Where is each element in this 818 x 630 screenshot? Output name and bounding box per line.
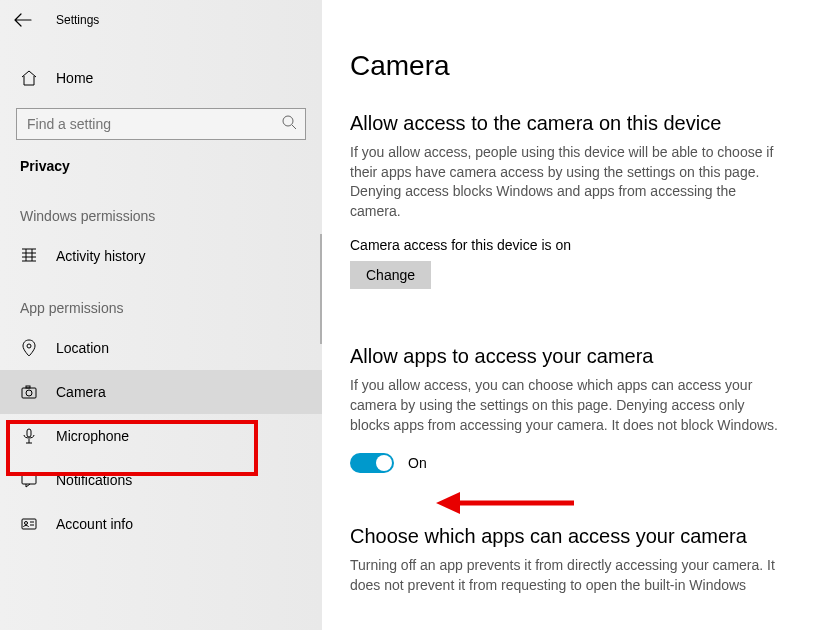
- change-button[interactable]: Change: [350, 261, 431, 289]
- sidebar-item-notifications[interactable]: Notifications: [0, 458, 322, 502]
- svg-point-9: [25, 522, 28, 525]
- microphone-icon: [20, 427, 38, 445]
- section-title-choose-apps: Choose which apps can access your camera: [350, 525, 790, 548]
- group-label-windows-permissions: Windows permissions: [0, 186, 322, 234]
- section-body-app-access: If you allow access, you can choose whic…: [350, 376, 780, 435]
- svg-point-0: [283, 116, 293, 126]
- svg-rect-7: [22, 474, 36, 484]
- window-title: Settings: [56, 13, 99, 27]
- activity-history-icon: [20, 247, 38, 265]
- sidebar-item-label: Microphone: [56, 428, 129, 444]
- camera-icon: [20, 383, 38, 401]
- toggle-label: On: [408, 455, 427, 471]
- sidebar-item-label: Notifications: [56, 472, 132, 488]
- notifications-icon: [20, 471, 38, 489]
- home-label: Home: [56, 70, 93, 86]
- account-info-icon: [20, 515, 38, 533]
- section-title-app-access: Allow apps to access your camera: [350, 345, 790, 368]
- search-icon: [281, 114, 297, 134]
- sidebar-item-label: Activity history: [56, 248, 145, 264]
- svg-rect-6: [27, 429, 31, 437]
- search-box[interactable]: [16, 108, 306, 140]
- sidebar-item-label: Camera: [56, 384, 106, 400]
- section-label-privacy: Privacy: [0, 148, 322, 186]
- sidebar-item-account-info[interactable]: Account info: [0, 502, 322, 546]
- section-body-choose-apps: Turning off an app prevents it from dire…: [350, 556, 780, 595]
- section-body-device-access: If you allow access, people using this d…: [350, 143, 780, 221]
- search-input[interactable]: [25, 115, 281, 133]
- sidebar-item-label: Account info: [56, 516, 133, 532]
- home-icon: [20, 69, 38, 87]
- main-content: Camera Allow access to the camera on thi…: [322, 0, 818, 630]
- back-icon[interactable]: [14, 13, 32, 27]
- svg-point-2: [27, 344, 31, 348]
- device-access-status: Camera access for this device is on: [350, 237, 790, 253]
- sidebar-item-location[interactable]: Location: [0, 326, 322, 370]
- svg-point-4: [26, 390, 32, 396]
- svg-rect-8: [22, 519, 36, 529]
- sidebar-item-camera[interactable]: Camera: [0, 370, 322, 414]
- titlebar: Settings: [0, 0, 322, 40]
- toggle-knob: [376, 455, 392, 471]
- section-title-device-access: Allow access to the camera on this devic…: [350, 112, 790, 135]
- sidebar-item-home[interactable]: Home: [0, 58, 322, 98]
- sidebar: Settings Home Privacy Windows permission…: [0, 0, 322, 630]
- location-icon: [20, 339, 38, 357]
- toggle-row-app-access: On: [350, 453, 790, 473]
- app-access-toggle[interactable]: [350, 453, 394, 473]
- scrollbar[interactable]: [320, 234, 322, 344]
- svg-line-1: [292, 125, 296, 129]
- sidebar-item-microphone[interactable]: Microphone: [0, 414, 322, 458]
- page-title: Camera: [350, 50, 790, 82]
- group-label-app-permissions: App permissions: [0, 278, 322, 326]
- sidebar-item-label: Location: [56, 340, 109, 356]
- search-container: [0, 98, 322, 148]
- sidebar-item-activity-history[interactable]: Activity history: [0, 234, 322, 278]
- svg-rect-5: [26, 386, 30, 388]
